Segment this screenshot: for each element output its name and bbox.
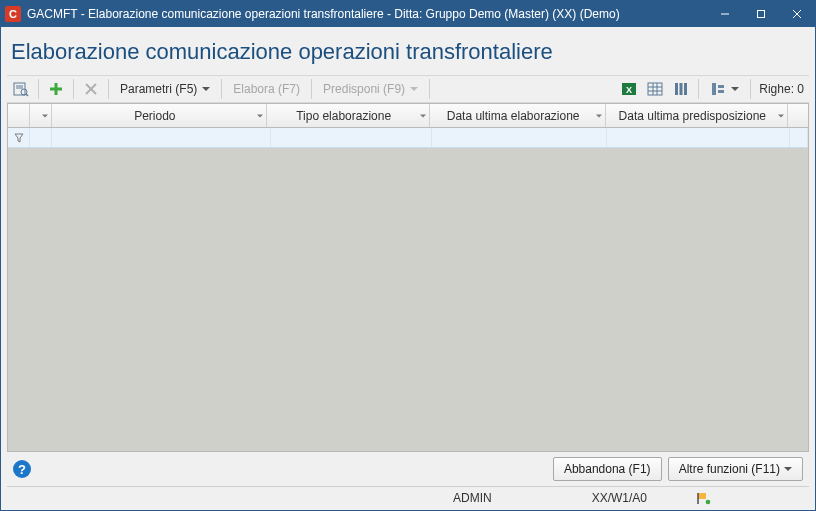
parametri-label: Parametri (F5) [120, 82, 197, 96]
column-header-ultima-elab[interactable]: Data ultima elaborazione [430, 104, 606, 127]
grid-header: Periodo Tipo elaborazione Data ultima el… [8, 104, 808, 128]
data-grid[interactable]: Periodo Tipo elaborazione Data ultima el… [7, 103, 809, 452]
title-bar: C GACMFT - Elaborazione comunicazione op… [1, 1, 815, 27]
filter-row-handle[interactable] [8, 128, 30, 147]
svg-rect-1 [758, 11, 765, 18]
elabora-dropdown[interactable]: Elabora (F7) [227, 78, 306, 100]
altre-funzioni-button[interactable]: Altre funzioni (F11) [668, 457, 803, 481]
filter-cell-tipo[interactable] [271, 128, 432, 147]
svg-line-8 [26, 94, 28, 96]
plus-icon [48, 81, 64, 97]
maximize-button[interactable] [743, 1, 779, 27]
toolbar-separator [38, 79, 39, 99]
window-title: GACMFT - Elaborazione comunicazione oper… [27, 7, 707, 21]
grid-body[interactable] [8, 148, 808, 451]
column-header-periodo[interactable]: Periodo [52, 104, 267, 127]
toolbar-separator [221, 79, 222, 99]
status-flag-icon [697, 491, 711, 505]
filter-cell-periodo[interactable] [52, 128, 271, 147]
toolbar: Parametri (F5) Elabora (F7) Predisponi (… [7, 75, 809, 103]
predisponi-dropdown[interactable]: Predisponi (F9) [317, 78, 424, 100]
status-icon [697, 491, 711, 505]
page-title: Elaborazione comunicazione operazioni tr… [7, 33, 809, 75]
column-header-end [788, 104, 808, 127]
add-button[interactable] [44, 78, 68, 100]
rows-label: Righe: 0 [756, 82, 807, 96]
elabora-label: Elabora (F7) [233, 82, 300, 96]
svg-rect-22 [684, 83, 687, 95]
abbandona-button[interactable]: Abbandona (F1) [553, 457, 662, 481]
minimize-button[interactable] [707, 1, 743, 27]
window-controls [707, 1, 815, 27]
filter-caret-icon [420, 114, 426, 117]
svg-rect-21 [680, 83, 683, 95]
client-area: Elaborazione comunicazione operazioni tr… [1, 27, 815, 510]
grid-filter-row[interactable] [8, 128, 808, 148]
preview-button[interactable] [9, 78, 33, 100]
grid-icon [647, 81, 663, 97]
svg-rect-15 [648, 83, 662, 95]
svg-point-28 [706, 499, 711, 504]
chevron-down-icon [410, 87, 418, 91]
filter-caret-icon [42, 114, 48, 117]
app-icon: C [5, 6, 21, 22]
columns-button[interactable] [669, 78, 693, 100]
toolbar-separator [698, 79, 699, 99]
svg-rect-26 [698, 493, 706, 499]
chevron-down-icon [202, 87, 210, 91]
toolbar-separator [429, 79, 430, 99]
svg-rect-24 [718, 85, 724, 88]
parametri-dropdown[interactable]: Parametri (F5) [114, 78, 216, 100]
filter-cell-ultima-pred[interactable] [607, 128, 790, 147]
svg-rect-20 [675, 83, 678, 95]
svg-rect-25 [718, 90, 724, 93]
settings-icon [710, 81, 726, 97]
grid-view-button[interactable] [643, 78, 667, 100]
toolbar-separator [311, 79, 312, 99]
delete-icon [83, 81, 99, 97]
help-button[interactable]: ? [13, 460, 31, 478]
status-user: ADMIN [453, 491, 492, 505]
filter-cell-end [790, 128, 808, 147]
preview-icon [13, 81, 29, 97]
chevron-down-icon [731, 87, 739, 91]
svg-text:X: X [626, 85, 632, 95]
settings-dropdown[interactable] [704, 78, 745, 100]
excel-export-button[interactable]: X [617, 78, 641, 100]
status-env: XX/W1/A0 [592, 491, 647, 505]
svg-rect-23 [712, 83, 716, 95]
chevron-down-icon [784, 467, 792, 471]
column-header-tipo[interactable]: Tipo elaborazione [267, 104, 430, 127]
filter-caret-icon [596, 114, 602, 117]
predisponi-label: Predisponi (F9) [323, 82, 405, 96]
funnel-icon [14, 133, 24, 143]
filter-caret-icon [257, 114, 263, 117]
bottom-bar: ? Abbandona (F1) Altre funzioni (F11) [7, 452, 809, 486]
delete-button[interactable] [79, 78, 103, 100]
filter-caret-icon [778, 114, 784, 117]
app-window: C GACMFT - Elaborazione comunicazione op… [0, 0, 816, 511]
filter-cell-ultima-elab[interactable] [432, 128, 607, 147]
columns-icon [673, 81, 689, 97]
excel-icon: X [621, 81, 637, 97]
close-button[interactable] [779, 1, 815, 27]
row-handle-header[interactable] [8, 104, 30, 127]
selector-header[interactable] [30, 104, 52, 127]
status-bar: ADMIN XX/W1/A0 [7, 486, 809, 508]
toolbar-separator [73, 79, 74, 99]
toolbar-separator [108, 79, 109, 99]
column-header-ultima-pred[interactable]: Data ultima predisposizione [606, 104, 788, 127]
filter-cell[interactable] [30, 128, 52, 147]
toolbar-separator [750, 79, 751, 99]
rows-count: 0 [797, 82, 804, 96]
